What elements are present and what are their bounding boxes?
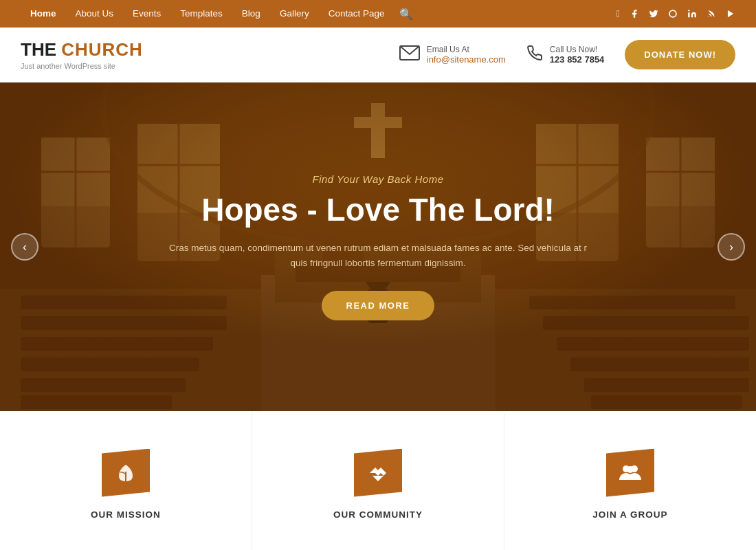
nav-gallery[interactable]: Gallery — [270, 0, 319, 28]
email-icon — [399, 45, 420, 65]
svg-point-47 — [627, 466, 634, 473]
donate-button[interactable]: DONATE NOW! — [625, 40, 735, 69]
top-navigation: Home About Us Events Templates Blog Gall… — [0, 0, 756, 28]
logo-the: THE — [21, 39, 61, 60]
youtube-icon[interactable] — [726, 9, 735, 19]
slider-next-button[interactable]: › — [718, 233, 745, 261]
header-contact-info: Email Us At info@sitename.com Call Us No… — [399, 40, 735, 69]
email-contact: Email Us At info@sitename.com — [399, 45, 506, 65]
nav-events[interactable]: Events — [123, 0, 170, 28]
group-label: JOIN A GROUP — [592, 509, 667, 520]
group-card[interactable]: JOIN A GROUP — [504, 411, 756, 550]
slider-prev-button[interactable]: ‹ — [11, 233, 38, 261]
search-button[interactable]: 🔍 — [394, 8, 419, 21]
hero-description: Cras metus quam, condimentum ut venen ru… — [165, 241, 591, 272]
leaf-icon — [115, 462, 137, 484]
hero-subtitle: Find Your Way Back Home — [312, 173, 443, 185]
nav-links: Home About Us Events Templates Blog Gall… — [21, 0, 419, 28]
handshake-icon — [367, 462, 389, 484]
phone-contact: Call Us Now! 123 852 7854 — [526, 45, 605, 65]
community-card[interactable]: OUR COMMUNITY — [252, 411, 504, 550]
svg-marker-2 — [728, 10, 733, 18]
email-value: info@sitename.com — [427, 54, 506, 65]
linkedin-icon[interactable] — [687, 9, 697, 19]
twitter-icon[interactable] — [649, 9, 658, 19]
community-icon-box — [354, 449, 402, 497]
logo-church: CHURCH — [61, 39, 143, 60]
facebook-icon[interactable]:  — [616, 8, 620, 19]
phone-info: Call Us Now! 123 852 7854 — [550, 45, 605, 65]
read-more-button[interactable]: READ MORE — [322, 291, 435, 320]
phone-label: Call Us Now! — [550, 45, 605, 54]
phone-value: 123 852 7854 — [550, 54, 605, 65]
nav-templates[interactable]: Templates — [170, 0, 232, 28]
group-icon — [618, 463, 643, 483]
community-label: OUR COMMUNITY — [333, 509, 423, 520]
svg-point-1 — [708, 16, 709, 17]
mission-card[interactable]: OUR MISSION — [0, 411, 252, 550]
logo: THE CHURCH Just another WordPress site — [21, 39, 143, 70]
group-icon-box — [606, 449, 654, 497]
hero-slider: Find Your Way Back Home Hopes - Love The… — [0, 82, 756, 411]
phone-icon — [526, 45, 543, 65]
nav-about[interactable]: About Us — [66, 0, 124, 28]
feature-cards: OUR MISSION OUR COMMUNITY JOIN A GROUP — [0, 411, 756, 550]
site-header: THE CHURCH Just another WordPress site E… — [0, 28, 756, 82]
facebook-icon[interactable] — [630, 9, 639, 19]
nav-contact[interactable]: Contact Page — [319, 0, 394, 28]
social-links:  — [616, 8, 735, 19]
hero-content: Find Your Way Back Home Hopes - Love The… — [0, 82, 756, 411]
email-label: Email Us At — [427, 45, 506, 54]
email-info: Email Us At info@sitename.com — [427, 45, 506, 65]
hero-title: Hopes - Love The Lord! — [201, 192, 555, 228]
rss-icon[interactable] — [707, 9, 716, 19]
logo-subtitle: Just another WordPress site — [21, 62, 143, 70]
svg-point-0 — [688, 10, 689, 11]
nav-home[interactable]: Home — [21, 0, 66, 28]
mission-label: OUR MISSION — [91, 509, 161, 520]
nav-blog[interactable]: Blog — [232, 0, 270, 28]
google-plus-icon[interactable] — [668, 9, 678, 19]
mission-icon-box — [102, 449, 150, 497]
logo-text: THE CHURCH — [21, 39, 143, 60]
